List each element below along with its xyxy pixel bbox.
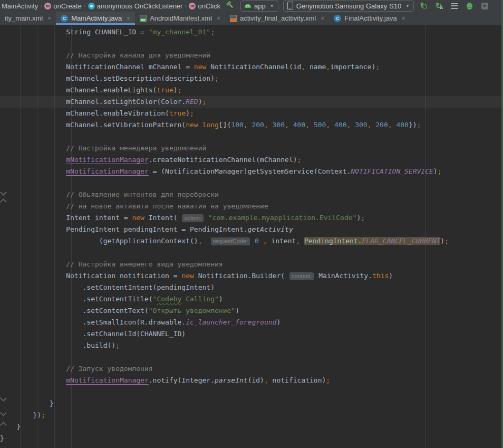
code-area[interactable]: String CHANNEL_ID = "my_channel_01"; // …	[0, 26, 503, 444]
code-line[interactable]: // Настройка внешнего вида уведомления	[0, 259, 503, 270]
code-token: NotificationChannel(id	[206, 63, 301, 71]
code-token: 200	[375, 121, 388, 129]
code-line[interactable]: mNotificationManager.createNotificationC…	[0, 154, 503, 166]
tab-androidmanifest-xml[interactable]: MFAndroidManifest.xml×	[135, 12, 225, 25]
tab-activity_final_acttivity-xml[interactable]: activity_final_acttivity.xml×	[225, 12, 329, 25]
code-token: Intent intent =	[0, 214, 132, 222]
square-glyph	[423, 5, 427, 8]
code-token: Intent(	[144, 214, 181, 222]
code-line[interactable]: mNotificationManager.notify(Integer.pars…	[0, 375, 503, 386]
code-token: parseInt	[215, 376, 248, 384]
code-token: .setContentIntent(pendingIntent)	[0, 283, 215, 291]
code-line[interactable]: mNotificationManager = (NotificationMana…	[0, 166, 503, 177]
code-line[interactable]: }	[0, 433, 503, 444]
code-token: ;	[297, 156, 302, 164]
code-line[interactable]: // Запуск уведомления	[0, 363, 503, 375]
code-line[interactable]: });	[0, 409, 503, 421]
code-line[interactable]	[0, 38, 503, 50]
close-icon[interactable]: ×	[47, 15, 51, 22]
code-line[interactable]: String CHANNEL_ID = "my_channel_01";	[0, 26, 503, 38]
code-line[interactable]: .setContentText("Открыть уведомление")	[0, 305, 503, 317]
code-line[interactable]: // Настройка канала для уведомлений	[0, 50, 503, 61]
code-token: ,	[326, 121, 334, 129]
apply-changes-icon[interactable]: ↻A	[433, 1, 444, 11]
code-line[interactable]: // Настройка менеджера уведомлений	[0, 142, 503, 154]
close-icon[interactable]: ×	[127, 15, 130, 22]
code-token: // на новое активити после нажатия на ув…	[66, 202, 268, 210]
code-line[interactable]: NotificationChannel mChannel = new Notif…	[0, 61, 503, 73]
code-token: 500	[314, 121, 326, 129]
breadcrumb-separator: ›	[40, 2, 42, 9]
code-line[interactable]: .build();	[0, 340, 503, 351]
code-line[interactable]	[0, 131, 503, 142]
code-line[interactable]: PendingIntent pendingIntent = PendingInt…	[0, 224, 503, 235]
code-line[interactable]	[0, 177, 503, 189]
code-token: mNotificationManager	[66, 167, 149, 175]
close-icon[interactable]: ×	[402, 15, 405, 22]
manifest-file-icon: MF	[140, 15, 147, 22]
debug-icon[interactable]	[463, 1, 475, 11]
code-line[interactable]: }	[0, 421, 503, 433]
bug-glyph	[467, 3, 472, 9]
code-token: // Настройка канала для уведомлений	[66, 51, 210, 59]
code-line[interactable]	[0, 386, 503, 398]
code-line[interactable]: mChannel.setVibrationPattern(new long[]{…	[0, 119, 503, 131]
code-line[interactable]: .setContentTitle("Codeby Calling")	[0, 293, 503, 305]
close-icon[interactable]: ×	[217, 15, 220, 22]
run-configuration-selector[interactable]: app ▼	[240, 1, 278, 12]
code-line[interactable]: .setChannelId(CHANNEL_ID)	[0, 328, 503, 340]
run-icon[interactable]: ↻	[418, 1, 429, 11]
code-token: ,	[301, 63, 305, 71]
code-token: 300	[273, 121, 285, 129]
code-token: mChannel.setLightColor(Color.	[0, 98, 186, 106]
code-line[interactable]: .setSmallIcon(R.drawable.ic_launcher_for…	[0, 317, 503, 328]
code-line[interactable]: mChannel.enableVibration(true);	[0, 108, 503, 119]
code-line[interactable]: .setContentIntent(pendingIntent)	[0, 282, 503, 293]
run-configurations-icon[interactable]	[448, 1, 460, 11]
code-token: ic_launcher_foreground	[186, 318, 276, 326]
code-token: ,	[347, 121, 355, 129]
code-line[interactable]	[0, 351, 503, 363]
top-toolbar: MainActivity›monCreate›anonymous OnClick…	[0, 0, 503, 12]
code-line[interactable]: Notification notification = new Notifica…	[0, 270, 503, 282]
code-token: .setChannelId(CHANNEL_ID)	[0, 330, 186, 338]
device-selector[interactable]: Genymotion Samsung Galaxy S10 ▼	[283, 1, 414, 12]
tab-finalacttivity-java[interactable]: CFinalActtivity.java×	[329, 12, 410, 25]
tab-mainactivity-java[interactable]: CMainActivity.java×	[56, 12, 135, 25]
build-button[interactable]	[224, 1, 236, 11]
code-token: }	[0, 434, 4, 442]
tab-label: AndroidManifest.xml	[150, 14, 212, 22]
code-editor[interactable]: String CHANNEL_ID = "my_channel_01"; // …	[0, 25, 503, 448]
hammer-icon	[226, 1, 235, 11]
code-token: ;	[202, 98, 207, 106]
code-line[interactable]	[0, 247, 503, 259]
close-icon[interactable]: ×	[321, 15, 324, 22]
code-token: ,	[263, 237, 267, 245]
code-line[interactable]: // Обьявление интентов для переброски	[0, 189, 503, 201]
code-token	[0, 156, 66, 164]
code-token: "my_channel_01"	[149, 28, 210, 36]
parameter-hint: context:	[289, 272, 314, 280]
tab-ity_main-xml[interactable]: ity_main.xml×	[0, 12, 56, 25]
breadcrumb-item-mainactivity[interactable]: MainActivity	[2, 2, 38, 10]
code-line[interactable]: mChannel.enableLights(true);	[0, 84, 503, 96]
code-line[interactable]: mChannel.setLightColor(Color.RED);	[0, 96, 503, 108]
code-token: Calling"	[181, 295, 218, 303]
breadcrumb-item-anonymous-onclicklistener[interactable]: anonymous OnClickListener	[88, 2, 183, 10]
profile-icon[interactable]	[479, 1, 490, 11]
code-line[interactable]: // на новое активити после нажатия на ув…	[0, 201, 503, 212]
code-line[interactable]: (getApplicationContext(), requestCode: 0…	[0, 235, 503, 247]
code-token	[0, 190, 66, 198]
code-token: this	[372, 272, 389, 280]
code-line[interactable]: Intent intent = new Intent( action: "com…	[0, 212, 503, 224]
code-token: "com.example.myapplication.EvilCode"	[208, 214, 357, 222]
file-page	[230, 15, 237, 18]
breadcrumb-item-onclick[interactable]: monClick	[189, 2, 220, 10]
code-line[interactable]: mChannel.setDescription(description);	[0, 73, 503, 84]
code-token: (id)	[248, 376, 264, 384]
android-icon	[245, 4, 251, 8]
code-line[interactable]: }	[0, 398, 503, 409]
breadcrumb-item-oncreate[interactable]: monCreate	[44, 2, 81, 10]
code-token: ;	[438, 167, 442, 175]
code-token: .setContentTitle(	[0, 295, 153, 303]
